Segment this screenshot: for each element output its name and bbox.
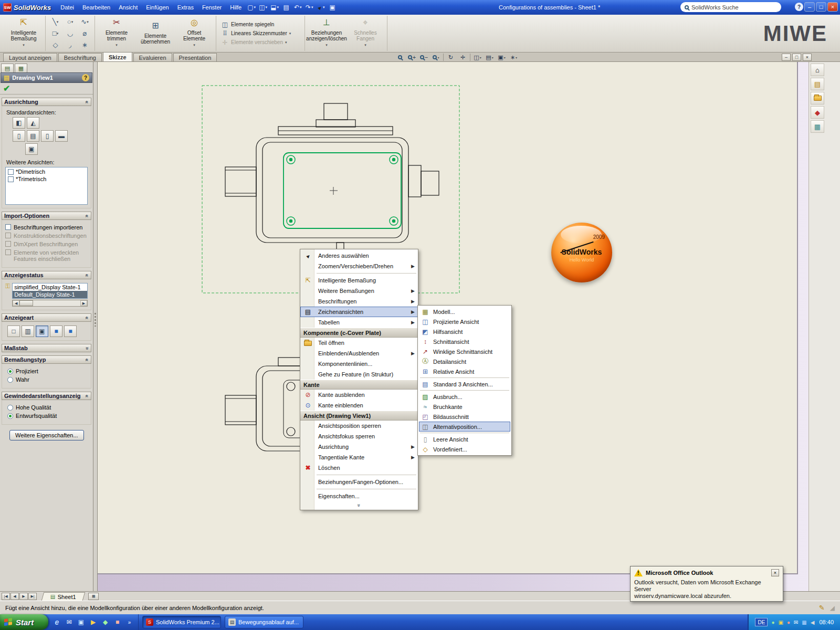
app-shortcut-icon[interactable]: ■ xyxy=(113,618,122,627)
submenu-item-schnittansicht[interactable]: ↕ Schnittansicht xyxy=(419,337,510,346)
doc-restore-button[interactable]: □ xyxy=(792,54,801,61)
menu-extras[interactable]: Extras xyxy=(173,3,198,12)
menu-item-loeschen[interactable]: ✖ Löschen xyxy=(300,463,418,473)
wireframe-style-button[interactable]: □ xyxy=(7,326,20,337)
section-import-header[interactable]: Import-Optionen « xyxy=(2,212,91,220)
overflow-chevron-icon[interactable]: » xyxy=(125,618,134,627)
search-input[interactable]: SolidWorks Suche xyxy=(691,4,739,10)
entwurfsqualitaet-radio[interactable] xyxy=(7,413,13,419)
std-view-top-button[interactable]: ▤ xyxy=(27,130,39,142)
section-bemassungstyp-header[interactable]: Bemaßungstyp « xyxy=(2,355,91,364)
view-settings-icon[interactable]: ∗▾ xyxy=(509,53,519,62)
help-icon[interactable]: ? xyxy=(795,3,803,11)
open-document-icon[interactable]: ◫▾ xyxy=(258,2,268,13)
redo-icon[interactable]: ↷▾ xyxy=(304,2,314,13)
point-tool-icon[interactable]: ∗ xyxy=(78,39,92,50)
maximize-button[interactable]: □ xyxy=(816,2,826,12)
messenger-icon[interactable]: ◆ xyxy=(101,618,110,627)
mirror-entities-button[interactable]: ◫ Elemente spiegeln xyxy=(221,21,302,28)
section-gewinde-header[interactable]: Gewindedarstellungsanzeig « xyxy=(2,392,91,400)
list-item[interactable]: *Trimetrisch xyxy=(6,175,87,183)
import-annotations-option[interactable]: Beschriftungen importieren xyxy=(5,224,88,230)
pan-icon[interactable]: ✛ xyxy=(458,53,468,62)
custom-properties-icon[interactable]: ▦ xyxy=(811,120,824,133)
new-document-icon[interactable]: ▢▾ xyxy=(246,2,257,13)
submenu-item-ausbruch[interactable]: ▨ Ausbruch... xyxy=(419,392,510,402)
zoom-out-icon[interactable]: − xyxy=(419,53,429,62)
menu-item-beschriftungen[interactable]: Beschriftungen ▶ xyxy=(300,296,418,307)
save-icon[interactable]: ⬓▾ xyxy=(269,2,280,13)
menu-item-tangentiale-kante[interactable]: Tangentiale Kante ▶ xyxy=(300,452,418,463)
submenu-item-modell[interactable]: ▦ Modell... xyxy=(419,307,510,317)
zoom-area-icon[interactable]: + xyxy=(407,53,417,62)
resize-grip-icon[interactable]: ◢ xyxy=(830,604,835,612)
submenu-item-bruchkante[interactable]: ≈ Bruchkante xyxy=(419,402,510,412)
submenu-item-leere-ansicht[interactable]: ▯ Leere Ansicht xyxy=(419,434,510,444)
display-relations-button[interactable]: ⊥ Beziehungen anzeigen/löschen ▾ xyxy=(308,18,345,49)
submenu-item-vordefiniert[interactable]: ◇ Vordefiniert... xyxy=(419,444,510,454)
task-solidworks[interactable]: S SolidWorks Premium 2... xyxy=(142,616,221,628)
menu-item-teil-oeffnen[interactable]: Teil öffnen xyxy=(300,338,418,348)
media-player-icon[interactable]: ▶ xyxy=(89,618,98,627)
hidden-lines-visible-button[interactable]: ▥ xyxy=(22,326,34,337)
select-arrow-icon[interactable]: ►▾ xyxy=(316,2,326,13)
undo-icon[interactable]: ↶▾ xyxy=(292,2,303,13)
zoom-fit-icon[interactable] xyxy=(395,53,405,62)
menu-item-zeichenansichten[interactable]: ▤ Zeichenansichten ▶ xyxy=(300,307,418,317)
doc-close-button[interactable]: × xyxy=(803,54,812,61)
menu-item-weitere-bemassungen[interactable]: Weitere Bemaßungen ▶ xyxy=(300,286,418,296)
shaded-button[interactable]: ■ xyxy=(64,326,77,337)
volume-tray-icon[interactable]: ◀ xyxy=(811,620,815,625)
submenu-item-projizierte-ansicht[interactable]: ◫ Projizierte Ansicht xyxy=(419,317,510,327)
arc-tool-icon[interactable]: ◡ xyxy=(63,28,77,39)
sheet1-tab[interactable]: ▤ Sheet1 xyxy=(41,592,86,601)
menu-expand-chevron[interactable]: » xyxy=(300,501,418,509)
projiziert-option[interactable]: Projiziert xyxy=(7,368,88,374)
std-view-right-button[interactable]: ▯ xyxy=(41,130,54,142)
tab-layout-anzeigen[interactable]: Layout anzeigen xyxy=(3,53,57,61)
display-state-list[interactable]: simplified_Display State-1 Default_Displ… xyxy=(12,283,88,299)
solidworks-resources-icon[interactable]: ◆ xyxy=(811,106,824,119)
std-view-bottom-button[interactable]: ▬ xyxy=(55,130,68,142)
language-indicator[interactable]: DE xyxy=(755,618,768,626)
update-tray-icon[interactable]: ▣ xyxy=(778,620,783,625)
menu-ansicht[interactable]: Ansicht xyxy=(114,3,142,12)
first-sheet-icon[interactable]: |◀ xyxy=(2,593,10,600)
submenu-item-standard-3-ansichten[interactable]: ▤ Standard 3 Ansichten... xyxy=(419,379,510,389)
import-annotations-checkbox[interactable] xyxy=(5,224,11,230)
mail-icon[interactable]: ✉ xyxy=(65,618,74,627)
rotate-view-icon[interactable]: ↻ xyxy=(446,53,456,62)
entwurfsqualitaet-option[interactable]: Entwurfsqualität xyxy=(7,413,88,419)
show-desktop-icon[interactable]: ▣ xyxy=(77,618,86,627)
internet-explorer-icon[interactable]: e xyxy=(52,618,61,627)
section-anzeigeart-header[interactable]: Anzeigeart « xyxy=(2,313,91,322)
display-state-scrollbar[interactable]: ◀ ▶ xyxy=(12,300,88,307)
scroll-left-icon[interactable]: ◀ xyxy=(13,300,19,306)
antivirus-tray-icon[interactable]: ● xyxy=(771,620,774,625)
ellipse-tool-icon[interactable]: ⌀ xyxy=(78,28,92,39)
fillet-tool-icon[interactable]: ◞ xyxy=(63,39,77,50)
section-anzeigestatus-header[interactable]: Anzeigestatus « xyxy=(2,271,91,279)
menu-item-kante-ausblenden[interactable]: ⊘ Kante ausblenden xyxy=(300,390,418,400)
more-views-list[interactable]: *Dimetrisch *Trimetrisch xyxy=(5,167,88,205)
search-box[interactable]: SolidWorks Suche xyxy=(680,2,781,12)
design-library-icon[interactable]: ▤ xyxy=(811,78,824,90)
tab-skizze[interactable]: Skizze xyxy=(103,52,132,61)
rebuild-icon[interactable]: ▣ xyxy=(327,2,338,13)
submenu-item-detailansicht[interactable]: Ⓐ Detailansicht xyxy=(419,356,510,366)
display-state-item[interactable]: simplified_Display State-1 xyxy=(13,284,87,291)
submenu-item-relative-ansicht[interactable]: ⊞ Relative Ansicht xyxy=(419,366,510,376)
hohe-qualitaet-option[interactable]: Hohe Qualität xyxy=(7,404,88,411)
submenu-item-winklige-schnittansicht[interactable]: ↗ Winklige Schnittansicht xyxy=(419,346,510,356)
network-tray-icon[interactable]: ▦ xyxy=(802,620,806,625)
smart-dimension-button[interactable]: ⇱ Intelligente Bemaßung ▾ xyxy=(5,18,43,49)
print-icon[interactable]: ▤ xyxy=(281,2,291,13)
menu-item-tabellen[interactable]: Tabellen ▶ xyxy=(300,317,418,328)
menu-fenster[interactable]: Fenster xyxy=(198,3,226,12)
display-state-item-selected[interactable]: Default_Display State-1 xyxy=(13,291,87,298)
rectangle-tool-icon[interactable]: □▾ xyxy=(48,28,62,39)
menu-item-zoomen-verschieben-drehen[interactable]: Zoomen/Verschieben/Drehen ▶ xyxy=(300,261,418,271)
spline-tool-icon[interactable]: ∿▾ xyxy=(78,16,92,27)
menu-item-ansichtsfokus-sperren[interactable]: Ansichtsfokus sperren xyxy=(300,431,418,442)
menu-item-beziehungen-fangen-optionen[interactable]: Beziehungen/Fangen-Optionen... xyxy=(300,477,418,487)
